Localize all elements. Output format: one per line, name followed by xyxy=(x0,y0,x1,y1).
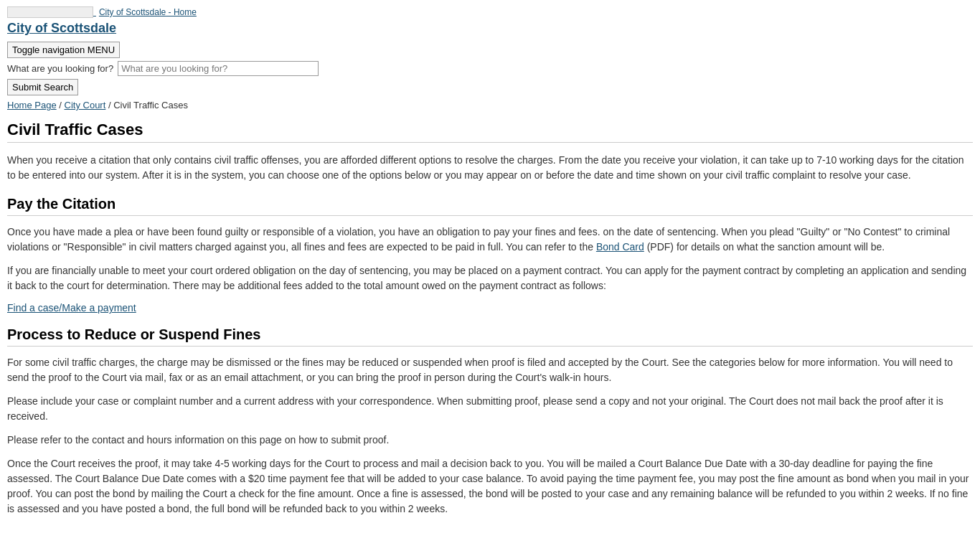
site-logo-link[interactable]: City of Scottsdale - Home xyxy=(7,6,973,18)
pay-citation-para2: If you are financially unable to meet yo… xyxy=(7,263,973,293)
reduce-suspend-para2: Please include your case or complaint nu… xyxy=(7,394,973,424)
pay-citation-para1: Once you have made a plea or have been f… xyxy=(7,225,973,255)
reduce-suspend-para1: For some civil traffic charges, the char… xyxy=(7,355,973,385)
site-title-link[interactable]: City of Scottsdale xyxy=(7,21,973,36)
site-logo-text: City of Scottsdale - Home xyxy=(99,7,197,17)
find-case-link[interactable]: Find a case/Make a payment xyxy=(7,302,973,314)
reduce-suspend-para4: Once the Court receives the proof, it ma… xyxy=(7,456,973,517)
reduce-suspend-para3: Please refer to the contact and hours in… xyxy=(7,433,973,448)
breadcrumb-court-link[interactable]: City Court xyxy=(65,100,106,110)
nav-toggle-button[interactable]: Toggle navigation MENU xyxy=(7,42,120,58)
breadcrumb-current: Civil Traffic Cases xyxy=(113,100,188,110)
search-label: What are you looking for? xyxy=(7,63,113,74)
breadcrumb-home-link[interactable]: Home Page xyxy=(7,100,57,110)
page-title: Civil Traffic Cases xyxy=(7,121,973,143)
search-row: What are you looking for? xyxy=(7,61,973,76)
breadcrumb-sep1: / xyxy=(59,100,64,110)
search-input[interactable] xyxy=(118,61,319,76)
submit-search-button[interactable]: Submit Search xyxy=(7,79,78,95)
pay-citation-section: Pay the Citation Once you have made a pl… xyxy=(7,196,973,314)
reduce-suspend-heading: Process to Reduce or Suspend Fines xyxy=(7,326,973,347)
intro-paragraph: When you receive a citation that only co… xyxy=(7,153,973,183)
breadcrumb: Home Page / City Court / Civil Traffic C… xyxy=(7,100,973,110)
reduce-suspend-section: Process to Reduce or Suspend Fines For s… xyxy=(7,326,973,517)
site-logo-image xyxy=(7,6,93,18)
bond-card-link[interactable]: Bond Card xyxy=(596,241,644,253)
site-title: City of Scottsdale xyxy=(7,21,973,36)
pay-citation-heading: Pay the Citation xyxy=(7,196,973,216)
